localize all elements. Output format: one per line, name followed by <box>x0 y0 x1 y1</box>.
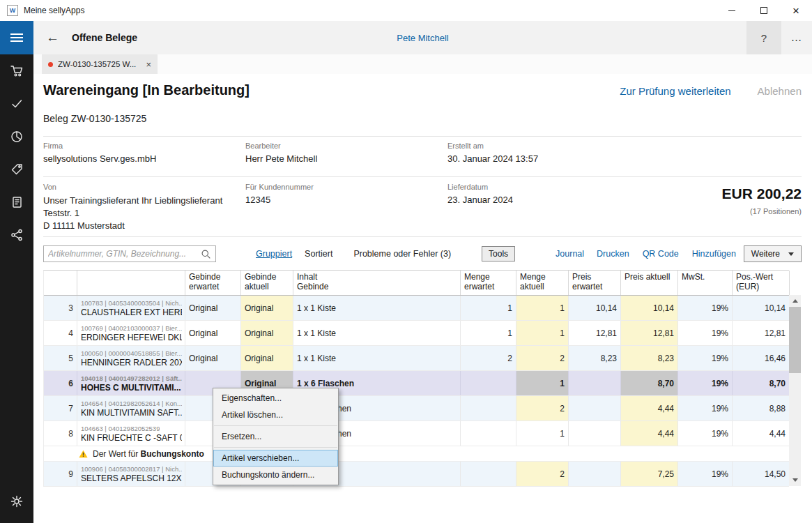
cell-preis-aktuell[interactable]: 10,14 <box>621 296 678 320</box>
header-mwst[interactable]: MwSt. <box>678 271 733 295</box>
sidebar-item-share[interactable] <box>0 218 33 251</box>
header-gebinde-erwartet[interactable]: Gebinde erwartet <box>185 271 241 295</box>
scroll-down-button[interactable] <box>789 474 801 486</box>
menu-separator <box>214 425 337 426</box>
sidebar-item-settings[interactable] <box>0 485 33 517</box>
tools-button[interactable]: Tools <box>482 246 515 262</box>
header-inhalt-gebinde[interactable]: Inhalt Gebinde <box>293 271 461 295</box>
add-link[interactable]: Hinzufügen <box>692 249 736 259</box>
cell-preis-erwartet <box>569 396 621 420</box>
menu-button[interactable] <box>0 21 33 54</box>
reject-link[interactable]: Ablehnen <box>758 85 802 97</box>
scroll-up-button[interactable] <box>789 295 801 307</box>
more-options-button[interactable]: … <box>781 21 812 54</box>
cell-menge-aktuell[interactable]: 2 <box>516 396 569 420</box>
cell-inhalt: 1 x 1 Kiste <box>293 296 461 320</box>
cell-menge-aktuell[interactable]: 2 <box>516 346 569 370</box>
menu-item-buchungskonto-aendern[interactable]: Buchungskonto ändern... <box>213 467 338 483</box>
cell-preis-erwartet: 8,23 <box>569 346 621 370</box>
app-icon: W <box>7 5 18 16</box>
maximize-button[interactable] <box>748 0 780 21</box>
cell-preis-aktuell[interactable]: 4,44 <box>621 421 678 446</box>
header-menge-erwartet[interactable]: Menge erwartet <box>461 271 516 295</box>
more-dropdown-button[interactable]: Weitere <box>744 245 802 262</box>
cell-menge-aktuell[interactable]: 1 <box>516 371 569 395</box>
sidebar-item-reports[interactable] <box>0 120 33 153</box>
table-row[interactable]: 3 100783 | 04053400003504 | Nich... CLAU… <box>44 296 789 321</box>
document-tab[interactable]: ZW-0130-135725 W... × <box>42 54 158 74</box>
article-ids: 100769 | 04002103000037 | Bier... <box>81 324 182 332</box>
article-name: HENNINGER RADLER 20X... <box>81 358 182 367</box>
field-lieferdatum: Lieferdatum 23. Januar 2024 <box>447 183 513 205</box>
cell-menge-aktuell[interactable]: 1 <box>516 321 569 345</box>
header-gebinde-aktuell[interactable]: Gebinde aktuell <box>241 271 293 295</box>
cell-menge-aktuell[interactable]: 1 <box>516 296 569 320</box>
menu-separator <box>214 447 337 448</box>
table-row[interactable]: 8 104663 | 04012982052539 KIN FRUECHTE C… <box>44 421 789 446</box>
menu-item-artikel-loeschen[interactable]: Artikel löschen... <box>213 407 338 423</box>
cell-preis-aktuell[interactable]: 8,70 <box>621 371 678 395</box>
cell-preis-aktuell[interactable]: 7,25 <box>621 462 678 486</box>
field-value: sellysolutions Serv.ges.mbH <box>43 153 156 164</box>
header-preis-aktuell[interactable]: Preis aktuell <box>621 271 678 295</box>
share-icon <box>10 228 24 242</box>
cell-preis-aktuell[interactable]: 4,44 <box>621 396 678 420</box>
sidebar-item-prices[interactable] <box>0 153 33 185</box>
close-button[interactable]: × <box>780 0 812 21</box>
vertical-scrollbar[interactable] <box>789 295 801 486</box>
user-name[interactable]: Pete Mitchell <box>33 33 812 43</box>
cell-menge-erwartet <box>461 396 516 420</box>
search-input[interactable] <box>48 249 201 259</box>
cell-gebinde-aktuell[interactable]: Original <box>241 321 293 345</box>
divider <box>43 236 802 237</box>
positions-table: Gebinde erwartet Gebinde aktuell Inhalt … <box>43 270 789 487</box>
table-row[interactable]: 9 100906 | 04058300002817 | Nich... SELT… <box>44 462 789 487</box>
menu-item-ersetzen[interactable]: Ersetzen... <box>213 428 338 445</box>
cell-gebinde-aktuell[interactable]: Original <box>241 296 293 320</box>
header-pos-wert[interactable]: Pos.-Wert (EUR) <box>733 271 790 295</box>
menu-item-artikel-verschieben[interactable]: Artikel verschieben... <box>213 450 338 467</box>
cell-mwst: 19% <box>678 321 733 345</box>
qr-code-link[interactable]: QR Code <box>643 249 679 259</box>
article-name: HOHES C MULTIVITAMI... <box>81 383 181 393</box>
sidebar-item-tasks[interactable] <box>0 87 33 120</box>
table-row-selected[interactable]: 6 104018 | 04001497282012 | Säft... HOHE… <box>44 371 789 396</box>
supplier-street: Teststr. 1 <box>43 207 222 220</box>
tab-close-icon[interactable]: × <box>146 59 151 70</box>
table-row[interactable]: 5 100050 | 00000040518855 | Bier... HENN… <box>44 346 789 371</box>
cell-article: 104654 | 04012982052614 | Kon... KIN MUL… <box>77 396 185 420</box>
minimize-button[interactable] <box>716 0 748 21</box>
cell-gebinde-aktuell[interactable]: Original <box>241 346 293 370</box>
header-menge-aktuell[interactable]: Menge aktuell <box>516 271 569 295</box>
cell-preis-aktuell[interactable]: 12,81 <box>621 321 678 345</box>
article-ids: 104018 | 04001497282012 | Säft... <box>81 374 182 382</box>
cell-menge-aktuell[interactable]: 1 <box>516 421 569 446</box>
table-row[interactable]: 4 100769 | 04002103000037 | Bier... ERDI… <box>44 321 789 346</box>
header-preis-erwartet[interactable]: Preis erwartet <box>569 271 621 295</box>
cell-preis-aktuell[interactable]: 8,23 <box>621 346 678 370</box>
context-menu: Eigenschaften... Artikel löschen... Erse… <box>213 388 339 485</box>
header-buttons: ? … <box>746 21 812 54</box>
menu-item-eigenschaften[interactable]: Eigenschaften... <box>213 390 338 407</box>
sorted-toggle[interactable]: Sortiert <box>305 249 332 259</box>
scrollbar-thumb[interactable] <box>789 307 801 373</box>
cell-menge-erwartet <box>461 462 516 486</box>
sidebar-item-ledger[interactable] <box>0 185 33 218</box>
cell-menge-aktuell[interactable]: 2 <box>516 462 569 486</box>
sidebar-item-cart[interactable] <box>0 54 33 87</box>
cell-menge-erwartet: 1 <box>461 296 516 320</box>
document-total: EUR 200,22 (17 Positionen) <box>722 185 802 215</box>
help-button[interactable]: ? <box>746 21 781 54</box>
cell-menge-erwartet <box>461 371 516 395</box>
grouped-toggle[interactable]: Gruppiert <box>256 249 292 259</box>
table-row[interactable]: 7 104654 | 04012982052614 | Kon... KIN M… <box>44 396 789 421</box>
forward-for-review-link[interactable]: Zur Prüfung weiterleiten <box>620 85 730 97</box>
warning-row: Der Wert für Buchungskonto <box>44 446 789 462</box>
cell-inhalt: 1 x 1 Kiste <box>293 346 461 370</box>
print-link[interactable]: Drucken <box>597 249 629 259</box>
problems-filter[interactable]: Probleme oder Fehler (3) <box>353 249 451 259</box>
more-dropdown-label: Weitere <box>751 249 780 259</box>
cell-gebinde-erwartet: Original <box>185 346 241 370</box>
journal-link[interactable]: Journal <box>556 249 584 259</box>
tab-bar: ZW-0130-135725 W... × <box>33 54 812 74</box>
